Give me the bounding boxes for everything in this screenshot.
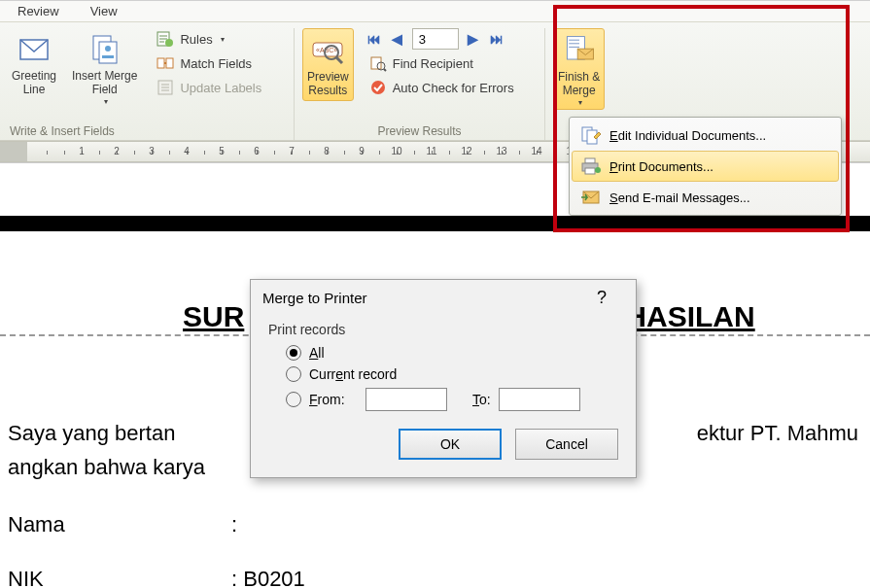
print-documents-icon <box>580 156 602 176</box>
dialog-titlebar: Merge to Printer ? <box>251 280 636 316</box>
greeting-label: Greeting Line <box>12 69 56 97</box>
find-recipient-label: Find Recipient <box>393 56 473 71</box>
svg-rect-7 <box>157 58 164 68</box>
dialog-title: Merge to Printer <box>262 290 367 306</box>
from-input[interactable] <box>365 388 447 411</box>
find-recipient-icon <box>369 54 387 72</box>
svg-rect-14 <box>371 57 381 69</box>
send-email-icon <box>580 188 602 207</box>
rules-icon <box>157 30 174 48</box>
svg-rect-24 <box>585 168 595 174</box>
group-preview-results: «ABC» Preview Results ⏮ ◀ ▶ ⏭ Find Recip… <box>295 28 545 140</box>
cancel-button[interactable]: Cancel <box>515 429 618 460</box>
match-fields-label: Match Fields <box>180 56 252 71</box>
radio-current[interactable] <box>286 366 301 382</box>
ruler-number: 8 <box>324 146 330 156</box>
svg-rect-8 <box>166 58 173 68</box>
menu-send-label: Send E-mail Messages... <box>609 190 750 205</box>
ruler-number: 12 <box>461 146 471 156</box>
doc-title-left: SUR <box>183 294 244 340</box>
ruler-number: 3 <box>149 146 155 156</box>
merge-to-printer-dialog: Merge to Printer ? Print records All Cur… <box>250 279 637 478</box>
dialog-help-button[interactable]: ? <box>597 288 607 308</box>
ruler-number: 9 <box>359 146 365 156</box>
magnifier-icon: «ABC» <box>310 33 345 68</box>
preview-results-button[interactable]: «ABC» Preview Results <box>302 28 354 101</box>
finish-merge-label: Finish & Merge <box>558 70 600 98</box>
to-label: To: <box>472 392 491 407</box>
update-labels-icon <box>157 79 174 96</box>
update-labels-button: Update Labels <box>153 77 265 98</box>
body-line-1-left: Saya yang bertan <box>8 416 175 450</box>
chevron-down-icon: ▾ <box>578 98 582 107</box>
group-label-write: Write & Insert Fields <box>10 124 286 138</box>
body-line-1-right: ektur PT. Mahmu <box>697 416 858 450</box>
ruler-number: 13 <box>496 146 506 156</box>
auto-check-label: Auto Check for Errors <box>393 81 514 95</box>
to-input[interactable] <box>499 388 580 411</box>
menu-edit-label: Edit Individual Documents... <box>609 128 766 143</box>
doc-title-right: HASILAN <box>625 294 754 340</box>
group-label-preview: Preview Results <box>302 124 537 138</box>
field-nik-label: NIK <box>8 562 231 588</box>
preview-results-label: Preview Results <box>307 70 349 98</box>
greeting-icon <box>17 32 52 67</box>
ruler-number: 4 <box>184 146 190 156</box>
ok-button[interactable]: OK <box>399 429 502 460</box>
next-record-button[interactable]: ▶ <box>465 30 482 48</box>
finish-merge-button[interactable]: Finish & Merge ▾ <box>553 28 605 110</box>
svg-rect-4 <box>102 55 114 58</box>
chevron-down-icon: ▾ <box>104 97 108 106</box>
svg-point-3 <box>105 46 111 52</box>
field-nama-label: Nama <box>8 507 231 541</box>
chevron-down-icon: ▾ <box>221 35 225 44</box>
ruler-number: 11 <box>426 146 436 156</box>
prev-record-button[interactable]: ◀ <box>389 30 406 48</box>
finish-merge-icon <box>562 33 597 68</box>
last-record-button[interactable]: ⏭ <box>488 30 505 48</box>
ruler-number: 6 <box>254 146 260 156</box>
svg-point-6 <box>165 39 173 47</box>
find-recipient-button[interactable]: Find Recipient <box>365 52 518 74</box>
menu-edit-individual[interactable]: Edit Individual Documents... <box>572 120 839 151</box>
auto-check-button[interactable]: Auto Check for Errors <box>365 77 518 98</box>
menu-print-label: Print Documents... <box>609 159 713 174</box>
insert-merge-label: Insert Merge Field <box>72 69 137 97</box>
separator-bar <box>0 216 870 231</box>
first-record-button[interactable]: ⏮ <box>365 30 383 48</box>
finish-merge-menu: Edit Individual Documents... Print Docum… <box>569 117 842 216</box>
menu-print-documents[interactable]: Print Documents... <box>572 151 839 182</box>
insert-merge-icon <box>87 32 122 67</box>
auto-check-icon <box>369 79 387 96</box>
svg-point-25 <box>595 167 601 173</box>
ribbon-tabs: Review View <box>0 0 870 21</box>
svg-rect-2 <box>99 42 117 63</box>
ruler-number: 1 <box>79 146 85 156</box>
radio-from[interactable] <box>286 392 301 407</box>
insert-merge-field-button[interactable]: Insert Merge Field ▾ <box>68 28 141 108</box>
print-records-label: Print records <box>268 322 618 337</box>
field-nik-value: : B0201 <box>231 562 305 588</box>
svg-rect-22 <box>585 158 595 163</box>
radio-from-label: From: <box>309 392 358 407</box>
update-labels-label: Update Labels <box>180 81 261 95</box>
radio-all[interactable] <box>286 345 301 361</box>
edit-individual-icon <box>580 125 602 145</box>
ruler-number: 5 <box>219 146 225 156</box>
field-nama-colon: : <box>231 507 237 541</box>
rules-label: Rules <box>180 32 212 47</box>
radio-current-label: Current record <box>309 366 397 382</box>
ruler-number: 10 <box>391 146 401 156</box>
record-number-input[interactable] <box>412 28 459 50</box>
ruler-number: 7 <box>289 146 295 156</box>
ruler-number: 14 <box>531 146 541 156</box>
svg-line-13 <box>336 57 342 63</box>
ruler-number: 2 <box>114 146 120 156</box>
rules-button[interactable]: Rules ▾ <box>153 28 265 50</box>
greeting-line-button[interactable]: Greeting Line <box>8 28 60 99</box>
tab-view[interactable]: View <box>85 2 123 20</box>
radio-all-label: All <box>309 345 325 361</box>
match-fields-button[interactable]: Match Fields <box>153 52 265 74</box>
tab-review[interactable]: Review <box>12 2 65 20</box>
menu-send-email[interactable]: Send E-mail Messages... <box>572 182 839 213</box>
